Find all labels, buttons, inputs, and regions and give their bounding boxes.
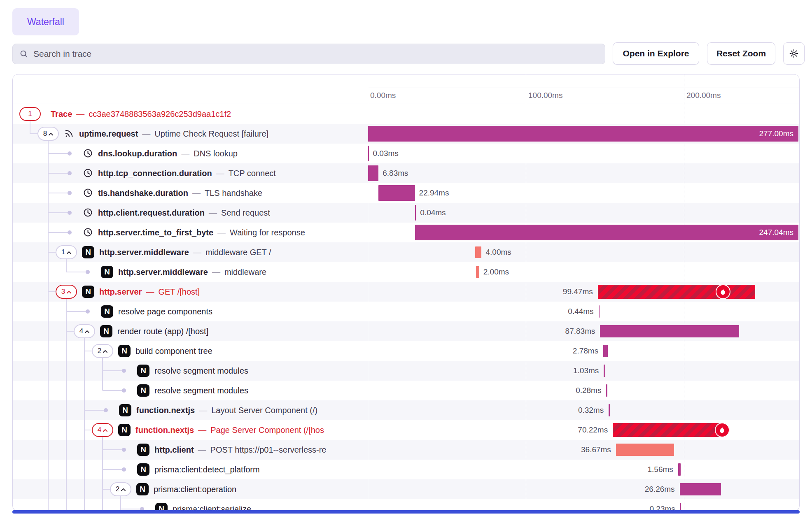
tree-connector-line (48, 420, 49, 440)
duration-bar[interactable] (603, 345, 608, 357)
tree-waterfall-divider[interactable] (368, 74, 368, 511)
span-op: uptime.request (79, 129, 138, 139)
tree-connector-elbow (103, 390, 124, 391)
tree-connector-line (48, 302, 49, 321)
span-count-pill[interactable]: 1 (56, 245, 77, 259)
search-bar[interactable] (12, 44, 605, 64)
tree-connector-line (66, 299, 67, 302)
reset-zoom-button[interactable]: Reset Zoom (707, 42, 775, 65)
tab-waterfall-label: Waterfall (27, 16, 64, 28)
chevron-up-icon (49, 130, 53, 138)
duration-label: 36.67ms (581, 445, 611, 454)
span-row[interactable]: 1Nhttp.server.middleware—middleware GET … (13, 242, 799, 262)
tree-node-dot (68, 211, 72, 215)
span-detail: Layout Server Component (/) (211, 406, 317, 415)
settings-button[interactable] (783, 42, 805, 65)
duration-bar[interactable] (599, 305, 600, 318)
span-op: resolve segment modules (154, 386, 248, 395)
duration-bar[interactable] (606, 384, 607, 397)
span-row[interactable]: 2Nprisma:client:operation26.26ms (13, 479, 799, 499)
duration-bar[interactable] (475, 246, 481, 258)
tree-connector-line (102, 358, 103, 361)
span-waterfall-cell: 0.32ms (368, 400, 799, 420)
duration-bar[interactable] (678, 463, 681, 476)
tree-connector-line (84, 499, 85, 511)
span-count-pill[interactable]: 1 (19, 107, 41, 121)
span-row[interactable]: http.server.time_to_first_byte—Waiting f… (13, 223, 799, 242)
duration-bar[interactable] (600, 325, 739, 337)
span-count-pill[interactable]: 2 (110, 482, 131, 496)
duration-bar[interactable] (616, 444, 674, 456)
tree-connector-elbow (103, 489, 110, 490)
separator: — (76, 109, 84, 119)
tree-connector-line (84, 361, 85, 381)
span-row[interactable]: Nprisma:client:detect_platform1.56ms (13, 460, 799, 479)
span-row[interactable]: Nhttp.server.middleware—middleware2.00ms (13, 262, 799, 282)
duration-bar[interactable] (613, 423, 724, 437)
open-in-explore-button[interactable]: Open in Explore (613, 42, 699, 65)
span-row[interactable]: 4Nrender route (app) /[host]87.83ms (13, 321, 799, 341)
span-row[interactable]: Nhttp.client—POST https://p01--serverles… (13, 440, 799, 460)
span-detail: middleware (224, 267, 266, 277)
span-row[interactable]: 8uptime.request—Uptime Check Request [fa… (13, 124, 799, 144)
duration-bar[interactable] (368, 165, 378, 181)
span-row[interactable]: Nresolve segment modules1.03ms (13, 361, 799, 381)
span-row[interactable]: 3Nhttp.server—GET /[host]99.47ms (13, 282, 799, 302)
duration-bar[interactable] (476, 266, 479, 278)
span-detail: TLS handshake (205, 188, 262, 198)
span-count-pill[interactable]: 8 (37, 127, 59, 141)
span-count-pill[interactable]: 4 (92, 423, 113, 437)
span-row[interactable]: http.tcp_connection.duration—TCP connect… (13, 163, 799, 183)
span-waterfall-cell: 0.28ms (368, 381, 799, 400)
span-waterfall-cell: 6.83ms (368, 163, 799, 183)
span-description: http.tcp_connection.duration—TCP connect (98, 163, 276, 183)
span-row[interactable]: Nresolve page components0.44ms (13, 302, 799, 321)
bottom-scroll-indicator[interactable] (12, 510, 800, 514)
span-row[interactable]: http.client.request.duration—Send reques… (13, 203, 799, 223)
tab-waterfall[interactable]: Waterfall (12, 8, 79, 35)
span-waterfall-cell: 1.56ms (368, 460, 799, 479)
tree-connector-elbow (84, 351, 92, 351)
span-row[interactable]: tls.handshake.duration—TLS handshake22.9… (13, 183, 799, 203)
span-row[interactable]: Nresolve segment modules0.28ms (13, 381, 799, 400)
span-row[interactable]: Nfunction.nextjs—Layout Server Component… (13, 400, 799, 420)
span-count-pill[interactable]: 2 (92, 344, 113, 358)
separator: — (192, 188, 201, 198)
span-op: prisma:client:detect_platform (154, 465, 260, 474)
span-row[interactable]: dns.lookup.duration—DNS lookup0.03ms (13, 144, 799, 163)
duration-bar[interactable] (609, 404, 610, 416)
duration-bar[interactable] (598, 285, 755, 299)
span-row[interactable]: Nprisma:client:serialize0.23ms (13, 499, 799, 511)
duration-bar[interactable] (604, 365, 605, 377)
axis-tick-label: 200.00ms (686, 91, 721, 100)
duration-bar[interactable] (378, 185, 415, 201)
axis-divider-line (368, 88, 799, 88)
span-description: prisma:client:serialize (173, 499, 251, 511)
span-count-pill[interactable]: 4 (74, 324, 95, 338)
nextjs-icon: N (100, 325, 112, 337)
search-input[interactable] (33, 49, 598, 59)
tree-connector-line (48, 479, 49, 499)
span-op: tls.handshake.duration (98, 188, 188, 198)
tree-connector-line (66, 361, 67, 381)
span-tree-cell: 1Nhttp.server.middleware—middleware GET … (13, 242, 368, 262)
duration-bar[interactable] (680, 483, 721, 495)
span-count: 1 (61, 248, 65, 256)
span-row[interactable]: 1Trace—cc3ae3748883563a926c253d9aa1c1f2 (13, 104, 799, 124)
chevron-up-icon (103, 347, 107, 355)
tree-connector-line (48, 361, 49, 381)
separator: — (212, 267, 220, 277)
span-row[interactable]: 2Nbuild component tree2.78ms (13, 341, 799, 361)
span-waterfall-cell: 87.83ms (368, 321, 799, 341)
span-waterfall-cell: 99.47ms (368, 282, 799, 302)
span-description: uptime.request—Uptime Check Request [fai… (79, 124, 268, 144)
span-tree-cell: Nfunction.nextjs—Layout Server Component… (13, 400, 368, 420)
span-count: 8 (43, 130, 47, 138)
span-count-pill[interactable]: 3 (56, 285, 77, 299)
span-waterfall-cell: 22.94ms (368, 183, 799, 203)
span-row[interactable]: 4Nfunction.nextjs—Page Server Component … (13, 420, 799, 440)
span-detail: GET /[host] (158, 287, 200, 297)
tree-node-dot (86, 270, 90, 274)
nextjs-icon: N (82, 286, 94, 298)
duration-bar[interactable] (415, 205, 416, 221)
